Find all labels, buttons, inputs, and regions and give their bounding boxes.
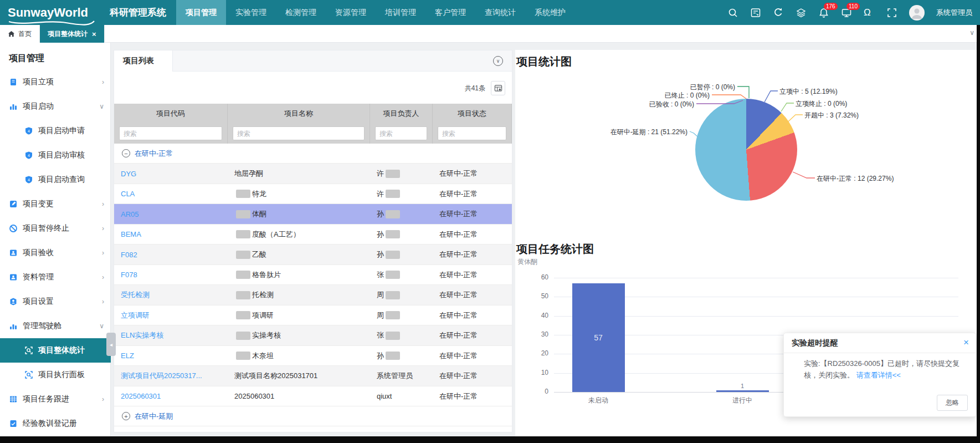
search-input-3[interactable] [375, 126, 427, 140]
search-input-2[interactable] [233, 126, 365, 140]
nav-item-6[interactable]: 客户管理 [425, 0, 475, 25]
monitor-icon[interactable]: 110 [841, 7, 852, 18]
table-row[interactable]: BEMA度酸（A工艺）孙在研中-正常 [114, 225, 512, 245]
table-row[interactable]: 测试项目代码20250317...测试项目名称2025031701系统管理员在研… [114, 366, 512, 386]
group-row-in-progress-normal[interactable]: − 在研中-正常 [114, 144, 512, 164]
tab-home[interactable]: 首页 [0, 25, 40, 43]
table-row[interactable]: CLA特龙许在研中-正常 [114, 184, 512, 205]
sidebar-item-4[interactable]: 4项目启动审核 [0, 143, 111, 167]
project-code-link[interactable]: CLA [121, 190, 135, 198]
table-body: DYG地屈孕酮许在研中-正常CLA特龙许在研中-正常AR05体酮孙在研中-正常B… [114, 164, 512, 406]
column-header-3[interactable]: 项目负责人 [370, 104, 433, 124]
project-code-link[interactable]: DYG [121, 170, 136, 178]
table-row[interactable]: F078格鲁肽片张在研中-正常 [114, 265, 512, 286]
sidebar-item-8[interactable]: 项目验收› [0, 241, 111, 265]
project-code-link[interactable]: 2025060301 [121, 392, 161, 400]
project-code-cell[interactable]: BEMA [114, 225, 228, 245]
sidebar-item-3[interactable]: 4项目启动申请 [0, 119, 111, 143]
sidebar-item-1[interactable]: 项目立项› [0, 70, 111, 94]
nav-item-1[interactable]: 项目管理 [176, 0, 226, 25]
project-code-link[interactable]: BEMA [121, 230, 141, 238]
ignore-button[interactable]: 忽略 [937, 395, 968, 411]
app-logo[interactable]: SunwayWorld [8, 6, 95, 20]
group-row-in-progress-delayed[interactable]: + 在研中-延期 [114, 406, 512, 426]
sidebar-item-12[interactable]: 项目整体统计 [0, 338, 111, 363]
project-code-cell[interactable]: F078 [114, 265, 228, 286]
avatar[interactable] [909, 5, 925, 21]
form-entry-icon[interactable] [750, 7, 761, 18]
redaction-box [236, 352, 250, 360]
sidebar-item-9[interactable]: 资料管理› [0, 265, 111, 289]
table-row[interactable]: 20250603012025060301qiuxt在研中-正常 [114, 386, 512, 407]
sidebar-item-6[interactable]: 项目变更› [0, 192, 111, 216]
project-code-link[interactable]: ELN实操考核 [121, 330, 163, 340]
refresh-icon[interactable] [773, 7, 784, 18]
project-code-cell[interactable]: CLA [114, 184, 228, 205]
close-icon[interactable]: × [963, 338, 969, 347]
column-header-4[interactable]: 项目状态 [433, 104, 512, 124]
bell-icon[interactable]: 176 [818, 7, 829, 18]
table-row[interactable]: F082乙酸孙在研中-正常 [114, 245, 512, 265]
nav-item-8[interactable]: 系统维护 [525, 0, 575, 25]
column-header-2[interactable]: 项目名称 [228, 104, 370, 124]
sidebar-item-5[interactable]: 4项目启动查询 [0, 167, 111, 192]
project-code-link[interactable]: F078 [121, 271, 137, 279]
nav-item-3[interactable]: 检测管理 [276, 0, 326, 25]
badge-icon: 4 [24, 126, 33, 135]
table-row[interactable]: ELN实操考核实操考核张在研中-正常 [114, 325, 512, 346]
search-icon[interactable] [727, 7, 738, 18]
sidebar-collapse-handle[interactable]: ◂ [106, 333, 116, 356]
project-code-link[interactable]: ELZ [121, 352, 134, 360]
project-code-cell[interactable]: ELN实操考核 [114, 325, 228, 346]
collapse-group-icon[interactable]: − [122, 149, 130, 157]
sidebar-item-13[interactable]: 项目执行面板 [0, 363, 111, 387]
group-label[interactable]: 在研中-延期 [135, 411, 173, 421]
project-code-link[interactable]: 测试项目代码20250317... [121, 371, 202, 381]
project-code-cell[interactable]: DYG [114, 164, 228, 184]
project-code-cell[interactable]: ELZ [114, 346, 228, 366]
project-code-link[interactable]: 立项调研 [121, 310, 150, 320]
table-row[interactable]: AR05体酮孙在研中-正常 [114, 204, 512, 225]
column-settings-icon[interactable] [491, 81, 505, 95]
sidebar-item-10[interactable]: 项目设置› [0, 289, 111, 314]
view-details-link[interactable]: 请查看详情<< [856, 371, 901, 379]
table-row[interactable]: ELZ木奈坦孙在研中-正常 [114, 346, 512, 366]
user-name[interactable]: 系统管理员 [936, 8, 972, 18]
nav-item-4[interactable]: 资源管理 [326, 0, 376, 25]
sidebar-item-11[interactable]: 管理驾驶舱∨ [0, 314, 111, 338]
nav-item-7[interactable]: 查询统计 [475, 0, 525, 25]
project-code-link[interactable]: 受托检测 [121, 290, 150, 300]
close-tab-icon[interactable]: × [92, 30, 96, 38]
project-code-cell[interactable]: 测试项目代码20250317... [114, 366, 228, 386]
sidebar-item-2[interactable]: 项目启动∨ [0, 94, 111, 119]
project-code-cell[interactable]: 2025060301 [114, 386, 228, 407]
sidebar-item-14[interactable]: 项目任务跟进› [0, 387, 111, 411]
search-input-1[interactable] [119, 126, 222, 140]
tab-project-overall-stats[interactable]: 项目整体统计 × [40, 25, 105, 43]
table-row[interactable]: 立项调研项调研周在研中-正常 [114, 305, 512, 326]
sidebar-item-7[interactable]: 项目暂停终止› [0, 216, 111, 241]
group-label[interactable]: 在研中-正常 [135, 149, 173, 159]
project-code-link[interactable]: F082 [121, 251, 137, 259]
fullscreen-icon[interactable] [886, 7, 897, 18]
project-code-link[interactable]: AR05 [121, 210, 139, 218]
chevron-down-icon[interactable]: ∨ [969, 29, 974, 37]
table-row[interactable]: 受托检测托检测周在研中-正常 [114, 285, 512, 305]
nav-item-2[interactable]: 实验管理 [226, 0, 276, 25]
panel-collapse-icon[interactable]: ∨ [493, 56, 503, 66]
sidebar-item-15[interactable]: 经验教训登记册 [0, 411, 111, 436]
expand-group-icon[interactable]: + [122, 412, 130, 420]
panel-title[interactable]: 项目列表 [114, 50, 173, 72]
column-header-1[interactable]: 项目代码 [114, 104, 228, 124]
project-owner-cell: 张 [370, 325, 433, 346]
nav-item-5[interactable]: 培训管理 [376, 0, 425, 25]
layers-icon[interactable] [796, 7, 807, 18]
project-code-cell[interactable]: 受托检测 [114, 285, 228, 305]
table-row[interactable]: DYG地屈孕酮许在研中-正常 [114, 164, 512, 184]
project-code-cell[interactable]: AR05 [114, 204, 228, 225]
project-code-cell[interactable]: F082 [114, 245, 228, 265]
popup-header: 实验超时提醒 × [784, 333, 976, 353]
project-code-cell[interactable]: 立项调研 [114, 305, 228, 326]
search-input-4[interactable] [438, 126, 506, 140]
omega-icon[interactable]: Ω [864, 7, 875, 18]
